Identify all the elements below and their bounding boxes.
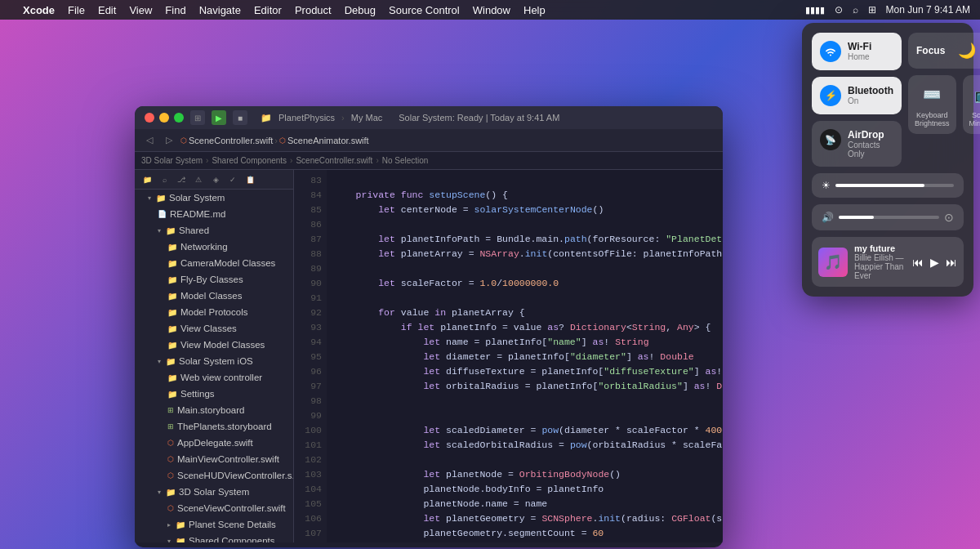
code-area[interactable]: 83 84 85 86 87 88 89 90 91 92 93 94 95 9… — [294, 170, 723, 542]
desktop: Xcode File Edit View Find Navigate Edito… — [0, 0, 980, 549]
menu-help[interactable]: Help — [523, 4, 546, 16]
control-center-icon[interactable]: ⊞ — [868, 4, 876, 16]
menubar-left: Xcode File Edit View Find Navigate Edito… — [10, 4, 546, 16]
cc-tile-focus[interactable]: Focus 🌙 ↖ — [908, 33, 980, 69]
nav-item-modelprotocols[interactable]: 📁 Model Protocols — [135, 304, 293, 320]
layout-toggle[interactable]: ⊞ — [190, 110, 205, 125]
nav-folder-btn[interactable]: 📁 — [140, 173, 154, 186]
breadcrumb-bar: ⬡ SceneController.swift › ⬡ SceneAnimato… — [180, 136, 716, 145]
nav-report-btn[interactable]: 📋 — [243, 173, 257, 186]
nav-test-btn[interactable]: ✓ — [225, 173, 240, 186]
menu-source-control[interactable]: Source Control — [389, 4, 460, 16]
brightness-track[interactable] — [835, 184, 954, 187]
file-icon: 📄 — [158, 210, 167, 218]
cc-tile-bluetooth[interactable]: ⚡ Bluetooth On — [812, 77, 902, 114]
menu-navigate[interactable]: Navigate — [199, 4, 241, 16]
cc-tile-screen-mirroring[interactable]: 📺 Screen Mirroring — [963, 75, 980, 134]
nav-item-cameramodel[interactable]: 📁 CameraModel Classes — [135, 255, 293, 271]
nav-back-button[interactable]: ◁ — [141, 132, 158, 149]
run-button[interactable]: ▶ — [212, 110, 226, 125]
wifi-subtitle: Home — [848, 52, 893, 61]
nav-item-theplanets[interactable]: ⊞ ThePlanets.storyboard — [135, 418, 293, 435]
code-editor[interactable]: 83 84 85 86 87 88 89 90 91 92 93 94 95 9… — [294, 170, 723, 542]
nav-label: View Classes — [180, 324, 237, 333]
menu-find[interactable]: Find — [165, 4, 185, 16]
sound-row: 🔊 ⊙ — [822, 211, 954, 224]
menu-debug[interactable]: Debug — [345, 4, 376, 16]
nav-label: Solar System iOS — [179, 356, 253, 366]
nav-item-viewclasses[interactable]: 📁 View Classes — [135, 320, 293, 337]
nav-label: Settings — [180, 389, 215, 399]
cc-tile-keyboard-brightness[interactable]: ⌨️ Keyboard Brightness — [908, 75, 956, 134]
nav-item-appdelegate[interactable]: ⬡ AppDelegate.swift — [135, 435, 293, 451]
cc-left-col: Wi-Fi Home ⚡ Bluetooth On — [812, 33, 902, 167]
cc-tile-wifi[interactable]: Wi-Fi Home — [812, 33, 902, 70]
nav-item-readme[interactable]: 📄 README.md — [135, 206, 293, 222]
nav-label: Networking — [180, 242, 228, 252]
volume-track[interactable] — [839, 216, 939, 219]
breadcrumb-file1[interactable]: SceneController.swift — [189, 136, 273, 145]
next-track-button[interactable]: ⏭ — [946, 256, 957, 269]
nav-label: SceneHUDViewController.s... — [177, 471, 293, 480]
menu-editor[interactable]: Editor — [254, 4, 282, 16]
menu-edit[interactable]: Edit — [98, 4, 116, 16]
nav-label: Fly-By Classes — [180, 274, 243, 284]
menu-product[interactable]: Product — [295, 4, 332, 16]
nav-git-btn[interactable]: ⎇ — [174, 173, 189, 186]
volume-fill — [839, 216, 874, 219]
nav-item-webviewcontroller[interactable]: 📁 Web view controller — [135, 369, 293, 386]
breadcrumb-file2[interactable]: SceneAnimator.swift — [287, 136, 369, 145]
menu-xcode[interactable]: Xcode — [23, 4, 55, 16]
nav-search-btn[interactable]: ⌕ — [157, 173, 172, 186]
bluetooth-text: Bluetooth On — [848, 85, 893, 105]
nav-item-shared-components[interactable]: ▾ 📁 Shared Components — [135, 533, 293, 542]
nav-forward-button[interactable]: ▷ — [161, 132, 177, 149]
nav-label: Shared Components — [189, 536, 274, 542]
nav-item-modelclasses[interactable]: 📁 Model Classes — [135, 288, 293, 304]
nav-item-viewmodelclasses[interactable]: 📁 View Model Classes — [135, 337, 293, 353]
breadcrumb-3dsolarsystem[interactable]: 3D Solar System — [141, 156, 203, 165]
airplay-icon[interactable]: ⊙ — [944, 211, 954, 224]
chevron-down-icon: ▾ — [158, 489, 161, 496]
nav-item-scenehud[interactable]: ⬡ SceneHUDViewController.s... — [135, 467, 293, 484]
folder-icon: 📁 — [176, 537, 185, 543]
nav-label: MainViewController.swift — [177, 454, 279, 464]
play-pause-button[interactable]: ▶ — [930, 256, 939, 269]
search-icon[interactable]: ⌕ — [853, 4, 858, 16]
airdrop-icon: 📡 — [820, 129, 841, 150]
nav-item-sceneviewcontroller[interactable]: ⬡ SceneViewController.swift — [135, 500, 293, 516]
nav-item-solarsystemios[interactable]: ▾ 📁 Solar System iOS — [135, 353, 293, 369]
prev-track-button[interactable]: ⏮ — [912, 256, 924, 269]
nav-item-solar-system[interactable]: ▾ 📁 Solar System — [135, 190, 293, 206]
nav-item-networking[interactable]: 📁 Networking — [135, 239, 293, 255]
menu-window[interactable]: Window — [473, 4, 510, 16]
airdrop-subtitle: Contacts Only — [848, 141, 893, 158]
folder-icon: 📁 — [166, 357, 176, 366]
minimize-button[interactable] — [159, 113, 169, 123]
nav-item-mainviewcontroller[interactable]: ⬡ MainViewController.swift — [135, 451, 293, 467]
breadcrumb-scenecontroller[interactable]: SceneController.swift — [296, 156, 372, 165]
nav-warning-btn[interactable]: ⚠ — [191, 173, 206, 186]
cc-tile-bluetooth-header: ⚡ Bluetooth On — [820, 85, 893, 106]
nav-breakpoint-btn[interactable]: ◈ — [208, 173, 223, 186]
toolbar2: ◁ ▷ ⬡ SceneController.swift › ⬡ SceneAni… — [135, 129, 723, 152]
nav-item-shared[interactable]: ▾ 📁 Shared — [135, 222, 293, 239]
nav-label: Web view controller — [180, 373, 262, 382]
menu-file[interactable]: File — [68, 4, 85, 16]
nav-label: SceneViewController.swift — [177, 503, 286, 513]
nav-item-mainstoryboard[interactable]: ⊞ Main.storyboard — [135, 402, 293, 418]
nav-label: Solar System — [169, 193, 225, 203]
nav-item-3dsolarsystem[interactable]: ▾ 📁 3D Solar System — [135, 484, 293, 500]
close-button[interactable] — [145, 113, 154, 123]
cc-tile-airdrop[interactable]: 📡 AirDrop Contacts Only — [812, 121, 902, 167]
menubar-right: ▮▮▮▮ ⊙ ⌕ ⊞ Mon Jun 7 9:41 AM — [805, 4, 970, 16]
breadcrumb-shared-components[interactable]: Shared Components — [212, 156, 287, 165]
nav-item-flyby[interactable]: 📁 Fly-By Classes — [135, 271, 293, 288]
nav-label: Model Classes — [180, 291, 242, 301]
menu-view[interactable]: View — [129, 4, 152, 16]
nav-item-planetscenedetails[interactable]: ▸ 📁 Planet Scene Details — [135, 516, 293, 533]
fullscreen-button[interactable] — [174, 113, 184, 123]
nav-item-settings[interactable]: 📁 Settings — [135, 386, 293, 402]
wifi-icon[interactable]: ⊙ — [835, 4, 843, 16]
stop-button[interactable]: ■ — [233, 110, 247, 125]
